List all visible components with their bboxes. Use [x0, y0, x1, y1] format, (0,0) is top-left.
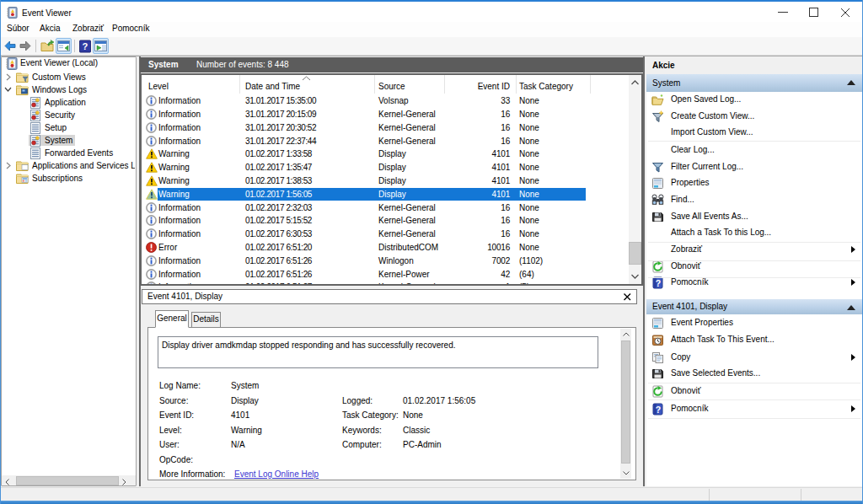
- svg-text:?: ?: [656, 404, 661, 414]
- svg-text:?: ?: [656, 278, 661, 288]
